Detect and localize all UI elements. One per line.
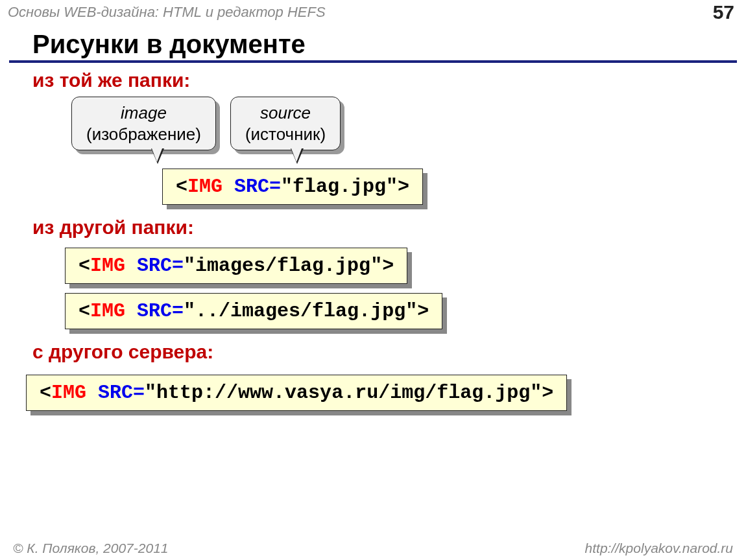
code-token: >: [417, 300, 429, 322]
callout-image: image (изображение): [71, 97, 216, 150]
code-attr: SRC: [98, 382, 133, 404]
section-same-folder: из той же папки: image (изображение) sou…: [0, 69, 746, 205]
code-token: <: [176, 176, 187, 198]
code-token: =: [172, 255, 184, 277]
code-token: [125, 300, 137, 322]
code-token: =: [133, 382, 145, 404]
copyright: © К. Поляков, 2007-2011: [13, 541, 169, 556]
footer-url: http://kpolyakov.narod.ru: [585, 541, 733, 556]
slide-title: Рисунки в документе: [9, 23, 737, 63]
code-tag: IMG: [90, 300, 125, 322]
section-label-other-folder: из другой папки:: [32, 216, 746, 239]
code-attr: SRC: [137, 255, 172, 277]
code-token: <: [78, 300, 90, 322]
code-token: >: [382, 255, 394, 277]
section-other-folder: из другой папки: <IMG SRC="images/flag.j…: [0, 216, 746, 329]
code-example-other-folder-2: <IMG SRC="../images/flag.jpg">: [65, 293, 442, 329]
slide-footer: © К. Поляков, 2007-2011 http://kpolyakov…: [0, 541, 746, 556]
code-token: [125, 255, 137, 277]
course-name: Основы WEB-дизайна: HTML и редактор HEFS: [8, 4, 326, 21]
code-value: "flag.jpg": [281, 176, 398, 198]
code-example-same-folder: <IMG SRC="flag.jpg">: [162, 169, 423, 205]
page-number: 57: [713, 1, 734, 23]
callout-image-translation: (изображение): [86, 124, 201, 145]
code-example-other-server: <IMG SRC="http://www.vasya.ru/img/flag.j…: [26, 375, 567, 411]
code-attr: SRC: [137, 300, 172, 322]
code-token: [223, 176, 234, 198]
code-value: "images/flag.jpg": [184, 255, 382, 277]
code-token: =: [172, 300, 184, 322]
section-label-same-folder: из той же папки:: [32, 69, 746, 91]
code-tag: IMG: [90, 255, 125, 277]
code-token: =: [269, 176, 281, 198]
callout-source-term: source: [245, 102, 326, 124]
code-tag: IMG: [187, 176, 223, 198]
slide-header: Основы WEB-дизайна: HTML и редактор HEFS…: [0, 0, 746, 23]
code-attr: SRC: [234, 176, 269, 198]
callouts-row: image (изображение) source (источник): [71, 97, 746, 150]
section-label-other-server: с другого сервера:: [32, 341, 746, 363]
callout-source-translation: (источник): [245, 124, 326, 145]
code-token: >: [542, 382, 553, 404]
section-other-server: с другого сервера: <IMG SRC="http://www.…: [0, 341, 746, 411]
code-token: <: [78, 255, 90, 277]
code-tag: IMG: [51, 382, 86, 404]
callout-source: source (источник): [230, 97, 341, 150]
code-value: "../images/flag.jpg": [184, 300, 417, 322]
code-token: <: [40, 382, 51, 404]
code-example-other-folder-1: <IMG SRC="images/flag.jpg">: [65, 248, 407, 284]
callout-image-term: image: [86, 102, 201, 124]
code-token: [86, 382, 98, 404]
code-value: "http://www.vasya.ru/img/flag.jpg": [145, 382, 542, 404]
code-token: >: [398, 176, 409, 198]
